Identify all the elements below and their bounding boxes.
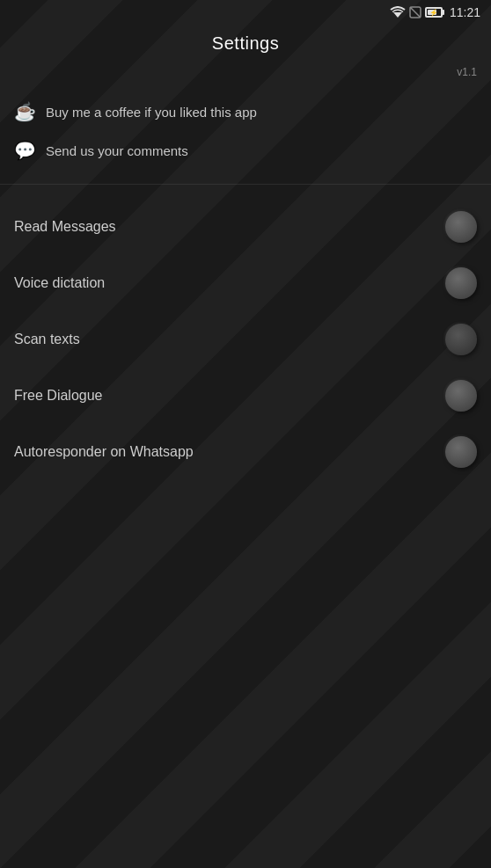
main-content: ⚡ 11:21 Settings v1.1 ☕ Buy me a coffee … — [0, 0, 491, 868]
battery-bolt: ⚡ — [429, 9, 438, 17]
read-messages-toggle[interactable] — [445, 211, 477, 243]
wifi-icon — [390, 6, 406, 18]
setting-row-scan-texts: Scan texts — [0, 311, 491, 368]
version-label: v1.1 — [457, 66, 477, 78]
setting-row-read-messages: Read Messages — [0, 199, 491, 255]
coffee-icon: ☕ — [14, 101, 35, 122]
status-bar: ⚡ 11:21 — [0, 0, 491, 25]
coffee-label: Buy me a coffee if you liked this app — [46, 105, 257, 120]
setting-row-free-dialogue: Free Dialogue — [0, 368, 491, 424]
divider — [0, 184, 491, 185]
clock: 11:21 — [450, 5, 480, 19]
free-dialogue-label: Free Dialogue — [14, 388, 103, 404]
voice-dictation-label: Voice dictation — [14, 275, 105, 291]
scan-texts-label: Scan texts — [14, 332, 80, 347]
version-row: v1.1 — [0, 66, 491, 85]
comment-icon: 💬 — [14, 140, 35, 161]
app-header: Settings — [0, 25, 491, 66]
free-dialogue-toggle[interactable] — [445, 380, 477, 412]
voice-dictation-toggle[interactable] — [445, 267, 477, 299]
sim-icon — [409, 6, 421, 18]
status-icons: ⚡ 11:21 — [390, 5, 480, 19]
page-title: Settings — [212, 33, 279, 53]
coffee-link[interactable]: ☕ Buy me a coffee if you liked this app — [14, 92, 477, 131]
svg-marker-0 — [393, 12, 402, 18]
autoresponder-label: Autoresponder on Whatsapp — [14, 444, 194, 460]
setting-row-voice-dictation: Voice dictation — [0, 255, 491, 311]
scan-texts-toggle[interactable] — [445, 324, 477, 355]
comments-label: Send us your comments — [46, 143, 188, 158]
read-messages-label: Read Messages — [14, 219, 116, 235]
autoresponder-toggle[interactable] — [445, 436, 477, 468]
svg-line-2 — [410, 7, 421, 18]
setting-row-autoresponder: Autoresponder on Whatsapp — [0, 424, 491, 480]
comments-link[interactable]: 💬 Send us your comments — [14, 131, 477, 170]
battery-body: ⚡ — [425, 7, 443, 18]
settings-list: Read Messages Voice dictation Scan texts… — [0, 192, 491, 487]
battery-icon: ⚡ — [425, 7, 443, 18]
links-section: ☕ Buy me a coffee if you liked this app … — [0, 85, 491, 184]
